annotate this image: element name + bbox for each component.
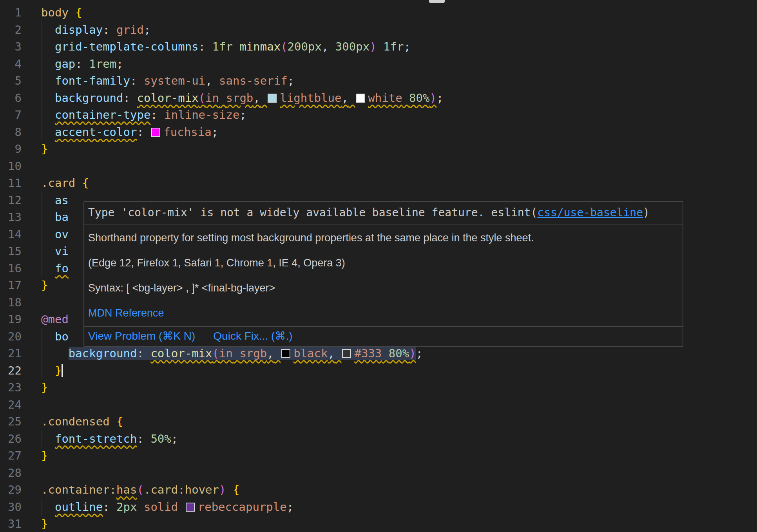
line-number[interactable]: 18 (0, 294, 22, 311)
mdn-reference-link[interactable]: MDN Reference (88, 307, 164, 319)
code-token (233, 40, 239, 53)
color-swatch[interactable] (151, 128, 160, 137)
code-token (110, 415, 116, 428)
line-number[interactable]: 28 (0, 465, 22, 482)
color-swatch[interactable] (268, 94, 277, 103)
code-line[interactable]: 9} (0, 141, 757, 158)
code-line-content[interactable]: } (22, 379, 48, 396)
line-number[interactable]: 19 (0, 311, 22, 328)
code-line-content[interactable]: background: color-mix(in srgb, black, #3… (22, 345, 423, 362)
color-swatch[interactable] (356, 94, 365, 103)
code-line-content[interactable]: .card { (22, 175, 89, 192)
line-number[interactable]: 17 (0, 277, 22, 294)
color-swatch[interactable] (342, 349, 351, 358)
code-line[interactable]: 10 (0, 158, 757, 175)
code-line-content[interactable]: grid-template-columns: 1fr minmax(200px,… (22, 38, 411, 56)
code-line[interactable]: 8 accent-color: fuchsia; (0, 124, 757, 141)
line-number[interactable]: 23 (0, 379, 22, 396)
line-number[interactable]: 13 (0, 209, 22, 226)
line-number[interactable]: 22 (0, 362, 22, 380)
line-number[interactable]: 26 (0, 431, 22, 448)
code-line[interactable]: 21 background: color-mix(in srgb, black,… (0, 345, 757, 362)
code-line-content[interactable] (22, 396, 41, 414)
code-line-content[interactable]: fo (22, 260, 69, 277)
code-line[interactable]: 23} (0, 379, 757, 396)
code-line[interactable]: 3 grid-template-columns: 1fr minmax(200p… (0, 38, 757, 56)
code-line-content[interactable]: ov (22, 226, 69, 243)
line-number[interactable]: 2 (0, 22, 22, 39)
code-line-content[interactable]: } (22, 362, 63, 380)
line-number[interactable]: 9 (0, 141, 22, 158)
code-line-content[interactable]: } (22, 277, 48, 294)
code-line[interactable]: 25.condensed { (0, 413, 757, 431)
code-line[interactable]: 7 container-type: inline-size; (0, 107, 757, 124)
line-number[interactable]: 3 (0, 38, 22, 56)
line-number[interactable]: 8 (0, 124, 22, 141)
code-line[interactable]: 26 font-stretch: 50%; (0, 431, 757, 448)
line-number[interactable]: 24 (0, 396, 22, 414)
color-swatch[interactable] (186, 503, 195, 512)
code-line[interactable]: 11.card { (0, 175, 757, 192)
quick-fix-button[interactable]: Quick Fix... (⌘.) (213, 330, 292, 342)
code-line[interactable]: 5 font-family: system-ui, sans-serif; (0, 72, 757, 90)
code-line[interactable]: 6 background: color-mix(in srgb, lightbl… (0, 90, 757, 107)
code-line[interactable]: 28 (0, 465, 757, 482)
code-token: : (123, 91, 130, 105)
line-number[interactable]: 30 (0, 499, 22, 516)
code-line-content[interactable]: bo (22, 328, 69, 346)
code-line-content[interactable]: display: grid; (22, 22, 150, 39)
code-token: color-mix (150, 347, 212, 360)
code-line[interactable]: 27} (0, 447, 757, 465)
line-number[interactable]: 25 (0, 413, 22, 431)
code-line[interactable]: 31} (0, 516, 757, 532)
code-line-content[interactable]: ba (22, 209, 69, 226)
code-line-content[interactable]: gap: 1rem; (22, 56, 123, 73)
line-number[interactable]: 14 (0, 226, 22, 243)
code-line-content[interactable]: .container:has(.card:hover) { (22, 481, 239, 499)
line-number[interactable]: 12 (0, 192, 22, 209)
code-line-content[interactable]: as (22, 192, 69, 209)
code-line[interactable]: 24 (0, 396, 757, 414)
code-token (144, 125, 150, 139)
eslint-rule-link[interactable]: css/use-baseline (537, 206, 643, 219)
line-number[interactable]: 5 (0, 72, 22, 90)
code-token: , (205, 74, 212, 87)
code-line[interactable]: 30 outline: 2px solid rebeccapurple; (0, 499, 757, 516)
code-line-content[interactable]: } (22, 447, 48, 465)
view-problem-button[interactable]: View Problem (⌘K N) (88, 330, 195, 342)
color-swatch[interactable] (281, 349, 290, 358)
code-line-content[interactable]: } (22, 516, 48, 532)
line-number[interactable]: 29 (0, 481, 22, 499)
code-line-content[interactable]: background: color-mix(in srgb, lightblue… (22, 90, 443, 107)
code-line-content[interactable]: font-family: system-ui, sans-serif; (22, 72, 294, 90)
code-line-content[interactable]: body { (22, 4, 82, 22)
line-number[interactable]: 21 (0, 345, 22, 362)
code-line-content[interactable]: outline: 2px solid rebeccapurple; (22, 499, 293, 516)
line-number[interactable]: 11 (0, 175, 22, 192)
line-number[interactable]: 10 (0, 158, 22, 175)
line-number[interactable]: 27 (0, 447, 22, 465)
code-line-content[interactable] (22, 294, 41, 311)
line-number[interactable]: 4 (0, 56, 22, 73)
code-line-content[interactable] (22, 158, 41, 175)
code-line-content[interactable]: font-stretch: 50%; (22, 431, 178, 448)
line-number[interactable]: 20 (0, 328, 22, 346)
code-line[interactable]: 22 } (0, 362, 757, 380)
code-line-content[interactable]: @med (22, 311, 69, 328)
line-number[interactable]: 1 (0, 4, 22, 22)
line-number[interactable]: 15 (0, 243, 22, 260)
code-line-content[interactable]: vi (22, 243, 69, 260)
code-line-content[interactable] (22, 465, 41, 482)
code-line[interactable]: 29.container:has(.card:hover) { (0, 481, 757, 499)
code-line-content[interactable]: container-type: inline-size; (22, 107, 246, 124)
code-line[interactable]: 1body { (0, 4, 757, 22)
line-number[interactable]: 7 (0, 107, 22, 124)
code-line[interactable]: 4 gap: 1rem; (0, 56, 757, 73)
line-number[interactable]: 31 (0, 516, 22, 532)
line-number[interactable]: 16 (0, 260, 22, 277)
code-line-content[interactable]: } (22, 141, 48, 158)
code-line-content[interactable]: .condensed { (22, 413, 123, 431)
code-line[interactable]: 2 display: grid; (0, 22, 757, 39)
code-line-content[interactable]: accent-color: fuchsia; (22, 124, 218, 141)
line-number[interactable]: 6 (0, 90, 22, 107)
